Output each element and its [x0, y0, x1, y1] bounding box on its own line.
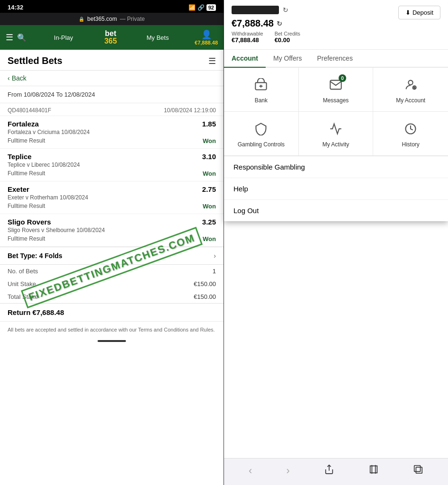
- my-activity-label: My Activity: [323, 141, 349, 148]
- back-arrow-icon: ‹: [8, 74, 10, 82]
- bet-type-row[interactable]: Bet Type: 4 Folds ›: [0, 247, 224, 265]
- battery-badge: 92: [206, 4, 216, 11]
- bet-credits-label: Bet Credits: [275, 31, 300, 36]
- footer-text: All bets are accepted and settled in acc…: [0, 321, 224, 338]
- total-stake-row: Total Stake €150.00: [0, 290, 224, 303]
- bet-ref: QD4801448401F: [8, 107, 51, 114]
- logout-item[interactable]: Log Out: [224, 200, 448, 221]
- back-button[interactable]: ‹ Back: [0, 71, 224, 86]
- account-balance-row: ↻: [232, 6, 300, 14]
- account-balance-amount: €7,888.48 ↻: [232, 18, 300, 29]
- bet-team: Exeter: [8, 185, 29, 193]
- bet-odds: 3.10: [202, 153, 216, 161]
- unit-stake-label: Unit Stake: [8, 280, 36, 287]
- withdrawable-value: €7,888.48: [232, 36, 263, 44]
- inplay-link[interactable]: In-Play: [30, 34, 97, 41]
- page-title: Settled Bets: [8, 55, 63, 66]
- scroll-indicator: [98, 340, 126, 342]
- account-button[interactable]: 👤 €7,888.48: [195, 29, 218, 45]
- domain-label: bet365.com: [87, 16, 117, 22]
- bet-team: Fortaleza: [8, 120, 39, 128]
- bet-market: Fulltime Result: [8, 235, 45, 242]
- account-menu-list: Responsible Gambling Help Log Out: [224, 156, 448, 221]
- bet-item-teplice: Teplice 3.10 Teplice v Liberec 10/08/202…: [0, 149, 224, 181]
- balance-details: Withdrawable €7,888.48 Bet Credits €0.00: [232, 31, 300, 44]
- deposit-button[interactable]: ⬇ Deposit: [398, 6, 440, 19]
- bet-item-fortaleza: Fortaleza 1.85 Fortaleza v Criciuma 10/0…: [0, 116, 224, 149]
- menu-item-gambling-controls[interactable]: Gambling Controls: [224, 112, 299, 156]
- no-of-bets-label: No. of Bets: [8, 268, 38, 275]
- menu-item-my-account[interactable]: My Account: [373, 68, 448, 112]
- tab-account[interactable]: Account: [224, 50, 266, 68]
- menu-item-my-activity[interactable]: My Activity: [299, 112, 374, 156]
- messages-label: Messages: [323, 97, 349, 104]
- bet-result: Won: [203, 235, 216, 242]
- tab-my-offers[interactable]: My Offers: [266, 50, 309, 68]
- menu-item-messages[interactable]: 0 Messages: [299, 68, 374, 112]
- my-account-label: My Account: [396, 97, 425, 104]
- hamburger-menu-icon[interactable]: ☰: [6, 32, 13, 43]
- svg-rect-13: [416, 467, 422, 473]
- gambling-controls-icon: [251, 119, 270, 138]
- back-label: Back: [12, 74, 27, 82]
- account-tabs: Account My Offers Preferences: [224, 50, 448, 68]
- menu-item-bank[interactable]: Bank: [224, 68, 299, 112]
- account-header-section: ↻ €7,888.48 ↻ Withdrawable €7,888.48: [224, 0, 448, 50]
- bet-match: Sligo Rovers v Shelbourne 10/08/2024: [8, 227, 216, 234]
- account-id-masked: [232, 6, 279, 14]
- no-of-bets-value: 1: [213, 268, 216, 275]
- my-account-icon: [401, 75, 420, 94]
- left-time: 14:32: [8, 4, 23, 11]
- refresh-balance-icon[interactable]: ↻: [283, 6, 288, 14]
- bet365-logo: bet 365: [104, 30, 117, 45]
- menu-item-history[interactable]: History: [373, 112, 448, 156]
- bet-result: Won: [203, 170, 216, 177]
- messages-icon: 0: [326, 75, 345, 94]
- browser-forward-button[interactable]: ›: [282, 463, 293, 479]
- left-nav-bar: ☰ 🔍 In-Play bet 365 My Bets 👤 €7,888.48: [0, 25, 224, 50]
- bank-icon: [251, 75, 270, 94]
- withdrawable-label: Withdrawable: [232, 31, 263, 36]
- search-icon[interactable]: 🔍: [17, 33, 27, 42]
- bet-type-label: Bet Type: 4 Folds: [8, 252, 63, 260]
- balance-refresh-icon[interactable]: ↻: [277, 20, 282, 27]
- bet-market: Fulltime Result: [8, 203, 45, 210]
- menu-icon[interactable]: ☰: [208, 56, 216, 66]
- left-status-right: 📶 🔗 92: [188, 4, 216, 11]
- bet-ref-row: QD4801448401F 10/08/2024 12:19:00: [0, 103, 224, 116]
- bet-odds: 1.85: [202, 120, 216, 128]
- bet-team: Teplice: [8, 153, 32, 161]
- deposit-icon: ⬇: [405, 9, 411, 16]
- bet-odds: 2.75: [202, 185, 216, 193]
- mybets-link[interactable]: My Bets: [125, 34, 191, 41]
- left-status-bar: 14:32 📶 🔗 92: [0, 0, 224, 13]
- browser-bookmarks-button[interactable]: [365, 462, 383, 479]
- browser-tabs-button[interactable]: [409, 462, 427, 479]
- bet-team: Sligo Rovers: [8, 218, 51, 226]
- messages-badge: 0: [339, 74, 346, 82]
- chevron-right-icon: ›: [214, 252, 216, 260]
- help-item[interactable]: Help: [224, 178, 448, 200]
- bet-market: Fulltime Result: [8, 137, 45, 144]
- return-row: Return €7,688.48: [0, 303, 224, 321]
- account-balance: €7,888.48: [195, 40, 218, 45]
- responsible-gambling-item[interactable]: Responsible Gambling: [224, 156, 448, 178]
- bet-item-exeter: Exeter 2.75 Exeter v Rotherham 10/08/202…: [0, 181, 224, 214]
- unit-stake-value: €150.00: [194, 280, 216, 287]
- browser-share-button[interactable]: [320, 462, 338, 479]
- signal-icon: 📶: [188, 4, 196, 11]
- deposit-label: Deposit: [412, 9, 433, 16]
- bet-ref-date: 10/08/2024 12:19:00: [164, 107, 216, 114]
- account-menu-grid: Bank 0 Messages: [224, 68, 448, 156]
- bank-label: Bank: [255, 97, 268, 104]
- tab-preferences[interactable]: Preferences: [309, 50, 360, 68]
- bet-credits-value: €0.00: [275, 36, 300, 44]
- page-header: Settled Bets ☰: [0, 50, 224, 71]
- bet-match: Fortaleza v Criciuma 10/08/2024: [8, 129, 216, 135]
- browser-back-button[interactable]: ‹: [245, 463, 256, 479]
- bet-odds: 3.25: [202, 218, 216, 226]
- account-icon: 👤: [201, 29, 212, 40]
- account-dropdown: ↻ €7,888.48 ↻ Withdrawable €7,888.48: [224, 0, 448, 221]
- gambling-controls-label: Gambling Controls: [238, 141, 285, 148]
- unit-stake-row: Unit Stake €150.00: [0, 278, 224, 290]
